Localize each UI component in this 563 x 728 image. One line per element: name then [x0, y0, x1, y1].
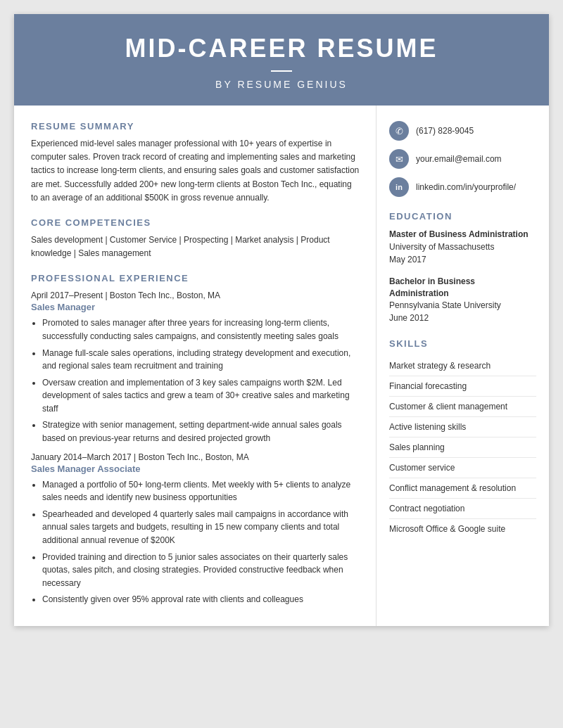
resume-body: RESUME SUMMARY Experienced mid-level sal…	[14, 106, 549, 626]
edu-1-year: May 2017	[389, 253, 536, 266]
education-title: EDUCATION	[389, 211, 536, 222]
skill-item: Customer & client management	[389, 397, 536, 417]
edu-item-1: Master of Business Administration Univer…	[389, 229, 536, 266]
edu-2-year: June 2012	[389, 312, 536, 324]
job-2-bullets: Managed a portfolio of 50+ long-term cli…	[42, 478, 360, 606]
left-column: RESUME SUMMARY Experienced mid-level sal…	[14, 106, 377, 626]
job-2-period: January 2014–March 2017 | Boston Tech In…	[31, 452, 360, 462]
skill-item: Sales planning	[389, 438, 536, 458]
skill-item: Conflict management & resolution	[389, 478, 536, 499]
list-item: Strategize with senior management, setti…	[42, 419, 360, 445]
summary-title: RESUME SUMMARY	[31, 121, 360, 132]
resume-title: MID-CAREER RESUME	[28, 34, 535, 63]
skill-item: Microsoft Office & Google suite	[389, 519, 536, 539]
edu-1-degree: Master of Business Administration	[389, 229, 536, 241]
email-icon: ✉	[389, 149, 409, 169]
edu-2-school: Pennsylvania State University	[389, 299, 536, 312]
contact-linkedin: in linkedin.com/in/yourprofile/	[389, 177, 536, 197]
right-column: ✆ (617) 828-9045 ✉ your.email@email.com …	[377, 106, 549, 626]
job-1-title: Sales Manager	[31, 302, 360, 312]
summary-text: Experienced mid-level sales manager prof…	[31, 137, 360, 205]
job-1-bullets: Promoted to sales manager after three ye…	[42, 317, 360, 445]
edu-item-2: Bachelor in Business Administration Penn…	[389, 276, 536, 325]
linkedin-text: linkedin.com/in/yourprofile/	[416, 182, 516, 192]
skills-title: SKILLS	[389, 338, 536, 349]
contact-phone: ✆ (617) 828-9045	[389, 121, 536, 141]
skill-item: Financial forecasting	[389, 376, 536, 397]
job-1-period: April 2017–Present | Boston Tech Inc., B…	[31, 290, 360, 300]
experience-title: PROFESSIONAL EXPERIENCE	[31, 273, 360, 283]
resume-header: MID-CAREER RESUME BY RESUME GENIUS	[14, 14, 549, 106]
skill-item: Market strategy & research	[389, 356, 536, 376]
list-item: Provided training and direction to 5 jun…	[42, 551, 360, 590]
competencies-title: CORE COMPETENCIES	[31, 217, 360, 228]
list-item: Spearheaded and developed 4 quarterly sa…	[42, 508, 360, 547]
edu-1-school: University of Massachusetts	[389, 241, 536, 253]
job-2-title: Sales Manager Associate	[31, 464, 360, 474]
list-item: Manage full-scale sales operations, incl…	[42, 347, 360, 373]
list-item: Consistently given over 95% approval rat…	[42, 593, 360, 606]
list-item: Oversaw creation and implementation of 3…	[42, 376, 360, 416]
skill-item: Active listening skills	[389, 417, 536, 438]
phone-text: (617) 828-9045	[416, 126, 474, 136]
skill-item: Customer service	[389, 458, 536, 478]
contact-email: ✉ your.email@email.com	[389, 149, 536, 169]
email-text: your.email@email.com	[416, 154, 502, 164]
resume-wrapper: MID-CAREER RESUME BY RESUME GENIUS RESUM…	[14, 14, 549, 626]
contact-block: ✆ (617) 828-9045 ✉ your.email@email.com …	[389, 121, 536, 197]
competencies-text: Sales development | Customer Service | P…	[31, 234, 360, 260]
list-item: Managed a portfolio of 50+ long-term cli…	[42, 478, 360, 504]
skill-item: Contract negotiation	[389, 499, 536, 519]
resume-subtitle: BY RESUME GENIUS	[28, 79, 535, 90]
header-divider	[271, 70, 292, 72]
edu-2-degree: Bachelor in Business Administration	[389, 276, 536, 300]
phone-icon: ✆	[389, 121, 409, 141]
list-item: Promoted to sales manager after three ye…	[42, 317, 360, 343]
linkedin-icon: in	[389, 177, 409, 197]
